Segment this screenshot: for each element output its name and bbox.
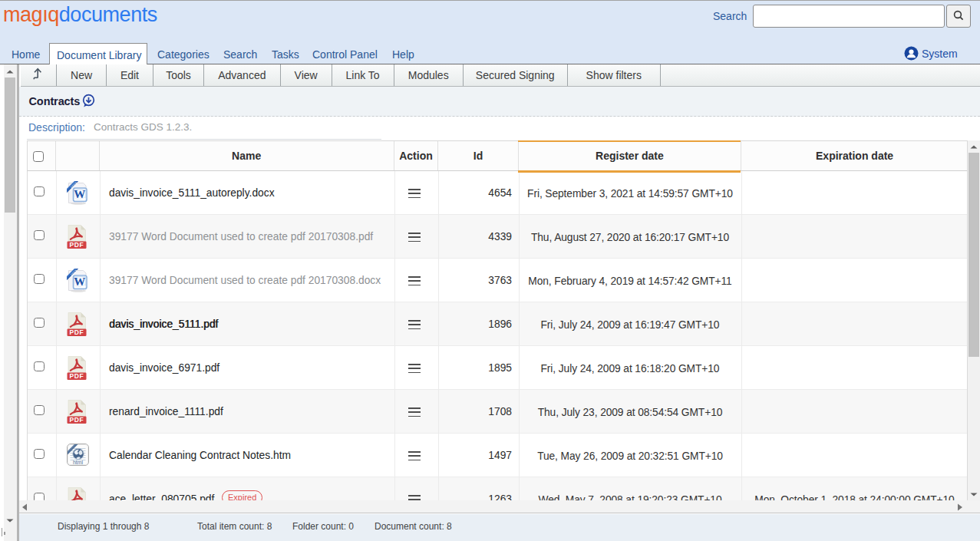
svg-text:PDF: PDF (69, 372, 84, 380)
svg-text:html: html (72, 459, 83, 464)
svg-text:PDF: PDF (69, 241, 84, 249)
svg-text:W: W (74, 188, 85, 200)
svg-text:PDF: PDF (69, 328, 84, 336)
svg-text:W: W (74, 275, 85, 288)
svg-text:PDF: PDF (69, 416, 84, 424)
